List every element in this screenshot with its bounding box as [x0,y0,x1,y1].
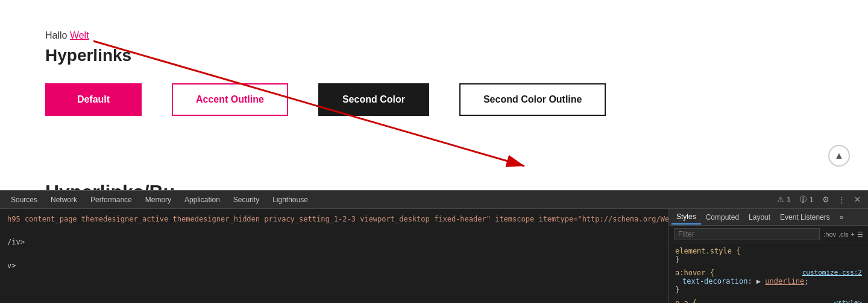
buttons-row: Default Accent Outline Second Color Seco… [45,83,868,116]
devtools-panel: Sources Network Performance Memory Appli… [0,190,868,303]
devtools-tab-network[interactable]: Network [45,193,83,206]
style-rule-pa: p a { <style> color: #e90069; } [675,299,862,303]
rule-selector-ahover: a:hover { [675,269,714,277]
devtools-icons-right: ⚠ 1 🛈 1 ⚙ ⋮ ✕ [775,194,863,205]
more-icon[interactable]: ⋮ [835,194,848,205]
styles-tab-styles[interactable]: Styles [671,210,701,225]
devtools-styles-panel: Styles Computed Layout Event Listeners »… [669,209,868,303]
styles-tab-computed[interactable]: Computed [701,211,744,224]
devtools-tab-sources[interactable]: Sources [5,193,43,206]
cls-hint[interactable]: .cls [838,231,849,238]
styles-filter-hints: :hov .cls + ☰ [823,231,863,238]
dom-line-2 [7,225,661,237]
dom-line-3: /iv> [7,237,661,248]
devtools-tab-memory[interactable]: Memory [139,193,177,206]
devtools-tab-lighthouse[interactable]: Lighthouse [266,193,314,206]
welt-link[interactable]: Welt [70,30,89,40]
rule-source-ahover[interactable]: customize.css:2 [802,269,862,276]
dom-line-1: h95 content_page themedesigner_active th… [7,214,661,225]
info-badge[interactable]: 🛈 1 [797,194,816,205]
second-color-outline-button[interactable]: Second Color Outline [459,83,606,116]
plus-hint[interactable]: + [851,231,855,238]
rule-selector-pa: p a { [675,299,697,303]
dom-line-4 [7,249,661,260]
dom-close-v: v> [7,261,16,270]
styles-content: element.style { } a:hover { customize.cs… [669,243,868,303]
hallo-line: Hallo Welt [45,30,868,41]
styles-tabs: Styles Computed Layout Event Listeners » [669,209,868,226]
accent-outline-button[interactable]: Accent Outline [172,83,288,116]
settings-icon[interactable]: ⚙ [820,194,832,205]
rule-value-underline: underline [765,277,804,285]
styles-tab-more[interactable]: » [835,211,849,224]
devtools-tab-performance[interactable]: Performance [84,193,138,206]
devtools-tab-security[interactable]: Security [227,193,265,206]
dom-line-5: v> [7,260,661,272]
style-rule-element: element.style { } [675,247,862,264]
second-color-button[interactable]: Second Color [318,83,429,116]
styles-tab-layout[interactable]: Layout [744,211,775,224]
warning-badge[interactable]: ⚠ 1 [775,194,793,205]
page-title: Hyperlinks [45,46,868,65]
rule-selector-element: element.style { [675,247,740,255]
close-icon[interactable]: ✕ [852,194,863,205]
styles-filter-input[interactable] [674,228,820,240]
styles-tab-event-listeners[interactable]: Event Listeners [775,211,835,224]
rule-close-brace-ahover: } [675,285,679,294]
rule-close-brace-element: } [675,255,679,264]
menu-hint[interactable]: ☰ [857,231,863,238]
style-rule-ahover: a:hover { customize.css:2 text-decoratio… [675,269,862,294]
main-content: Hallo Welt Hyperlinks Default Accent Out… [0,0,868,187]
scroll-top-button[interactable]: ▲ [828,145,850,167]
default-button[interactable]: Default [45,83,142,116]
chevron-up-icon: ▲ [834,150,844,161]
devtools-dom-panel[interactable]: h95 content_page themedesigner_active th… [0,209,669,303]
dom-close-div: /iv> [7,238,25,246]
hov-hint[interactable]: :hov [823,231,836,238]
hallo-text: Hallo [45,30,70,40]
rule-source-pa[interactable]: <style> [834,299,862,303]
devtools-tabs-bar: Sources Network Performance Memory Appli… [0,191,868,209]
styles-filter-bar: :hov .cls + ☰ [669,226,868,243]
devtools-main: h95 content_page themedesigner_active th… [0,209,868,303]
dom-class-value: h95 content_page themedesigner_active th… [7,215,669,223]
devtools-tab-application[interactable]: Application [178,193,226,206]
rule-prop-textdecoration: text-decoration [682,277,747,285]
rule-arrow: ▶ [756,277,761,285]
